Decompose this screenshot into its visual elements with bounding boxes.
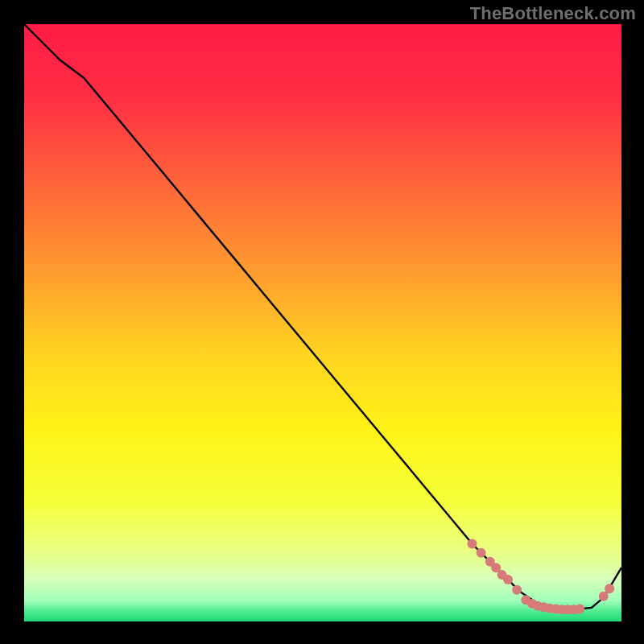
marker-point bbox=[599, 592, 609, 601]
plot-area bbox=[24, 24, 621, 621]
marker-point bbox=[605, 584, 614, 593]
chart-frame: TheBottleneck.com bbox=[0, 0, 644, 644]
marker-point bbox=[575, 604, 584, 613]
marker-point bbox=[468, 539, 477, 549]
watermark-text: TheBottleneck.com bbox=[470, 3, 636, 24]
marker-point bbox=[477, 548, 486, 558]
marker-point bbox=[512, 585, 522, 595]
marker-point bbox=[503, 575, 513, 584]
chart-svg bbox=[24, 24, 621, 621]
